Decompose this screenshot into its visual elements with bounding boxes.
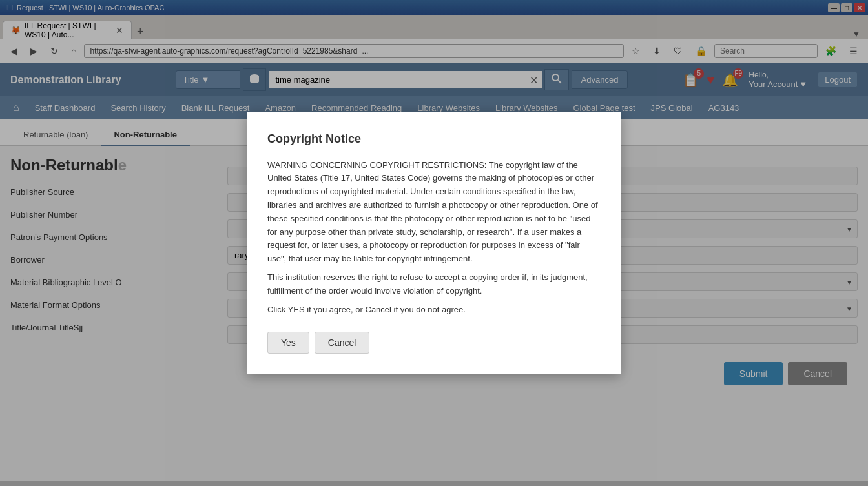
modal-paragraph-2: This institution reserves the right to r…	[267, 271, 601, 298]
modal-body: WARNING CONCERNING COPYRIGHT RESTRICTION…	[267, 159, 601, 317]
modal-title: Copyright Notice	[267, 132, 601, 146]
copyright-modal: Copyright Notice WARNING CONCERNING COPY…	[247, 112, 621, 375]
modal-paragraph-3: Click YES if you agree, or Cancel if you…	[267, 303, 601, 317]
modal-paragraph-1: WARNING CONCERNING COPYRIGHT RESTRICTION…	[267, 159, 601, 266]
yes-button[interactable]: Yes	[267, 332, 309, 354]
modal-actions: Yes Cancel	[267, 332, 601, 354]
modal-overlay: Copyright Notice WARNING CONCERNING COPY…	[0, 0, 868, 481]
modal-cancel-button[interactable]: Cancel	[315, 332, 370, 354]
